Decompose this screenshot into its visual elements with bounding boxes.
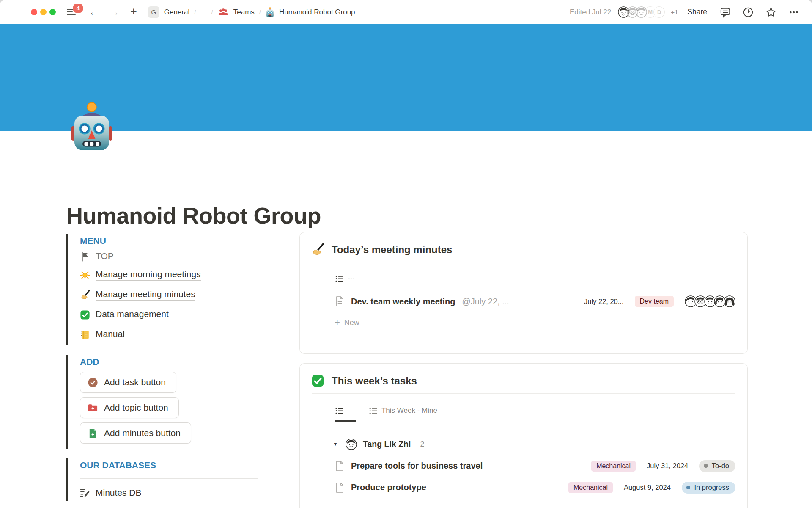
window-controls	[0, 9, 56, 15]
card-title: Today’s meeting minutes	[332, 244, 452, 256]
view-tab-active[interactable]: ---	[335, 394, 356, 422]
add-topic-label: Add topic button	[104, 403, 168, 413]
menu-link-label[interactable]: Manage meeting minutes	[96, 289, 195, 301]
writing-hand-icon	[80, 290, 90, 300]
avatar	[724, 295, 735, 307]
status-badge-in-progress: In progress	[682, 482, 735, 494]
viewer-avatars: M D	[618, 6, 665, 18]
status-dot	[686, 486, 691, 490]
page-cover[interactable]	[0, 24, 812, 131]
minimize-window-button[interactable]	[40, 9, 47, 15]
zoom-window-button[interactable]	[49, 9, 56, 15]
databases-header: OUR DATABASES	[80, 460, 269, 471]
topbar-right: Edited Jul 22 M D +1 Share	[570, 6, 812, 18]
new-label: New	[344, 318, 359, 327]
task-row[interactable]: Produce prototype Mechanical August 9, 2…	[312, 477, 735, 498]
minutes-db-link[interactable]: Minutes DB	[80, 487, 269, 500]
plus-icon: +	[335, 317, 340, 328]
avatar	[346, 439, 357, 450]
menu-link-meeting-minutes[interactable]: Manage meeting minutes	[80, 285, 269, 305]
task-title: Prepare tools for business travel	[351, 461, 483, 471]
status-badge-todo: To-do	[699, 460, 735, 472]
task-date: August 9, 2024	[624, 483, 671, 491]
add-minutes-button[interactable]: Add minutes button	[80, 422, 191, 444]
menu-section: MENU TOP Manage morning meetings Manage …	[66, 234, 269, 345]
notion-window: 4 ← → + G General / ... / Teams / Humano…	[0, 0, 812, 508]
menu-link-label[interactable]: TOP	[96, 251, 114, 262]
view-tab-label: This Week - Mine	[381, 406, 437, 415]
status-label: In progress	[694, 483, 729, 491]
menu-column: MENU TOP Manage morning meetings Manage …	[66, 234, 269, 501]
menu-link-label[interactable]: Data management	[96, 309, 169, 320]
flag-icon	[80, 251, 90, 262]
view-tab[interactable]: ---	[335, 262, 356, 290]
robot-icon	[266, 7, 274, 17]
breadcrumb-teams[interactable]: Teams	[233, 8, 255, 17]
document-icon	[335, 296, 345, 307]
back-button[interactable]: ←	[89, 7, 99, 17]
category-tag: Mechanical	[568, 482, 613, 493]
topbar: 4 ← → + G General / ... / Teams / Humano…	[0, 0, 812, 24]
breadcrumb-general[interactable]: General	[164, 8, 189, 17]
menu-link-data-management[interactable]: Data management	[80, 305, 269, 325]
dev-team-tag: Dev team	[635, 296, 674, 307]
updates-clock-icon[interactable]	[743, 7, 754, 18]
view-tab-this-week-mine[interactable]: This Week - Mine	[368, 394, 438, 422]
view-tab-label: ---	[348, 274, 355, 283]
meeting-row[interactable]: Dev. team weekly meeting @July 22, ... J…	[312, 290, 735, 313]
forward-button[interactable]: →	[110, 7, 119, 17]
task-date: July 31, 2024	[647, 462, 688, 470]
favorite-star-icon[interactable]	[765, 7, 776, 18]
page-icon	[335, 461, 345, 472]
meeting-minutes-card: Today’s meeting minutes --- Dev. team we…	[299, 232, 748, 354]
view-tab-label: ---	[348, 406, 355, 415]
content-column: Today’s meeting minutes --- Dev. team we…	[299, 232, 748, 508]
breadcrumb-separator: /	[259, 8, 261, 16]
menu-link-manual[interactable]: Manual	[80, 325, 269, 345]
new-tab-button[interactable]: +	[130, 6, 137, 17]
green-check-icon	[311, 374, 324, 387]
close-window-button[interactable]	[31, 9, 37, 15]
attendee-avatars	[685, 295, 735, 307]
avatar[interactable]	[636, 6, 647, 18]
databases-section: OUR DATABASES Minutes DB	[66, 458, 269, 501]
add-minutes-label: Add minutes button	[104, 428, 181, 438]
menu-header: MENU	[80, 235, 269, 246]
page-title: Humanoid Robot Group	[66, 202, 321, 229]
add-header: ADD	[80, 356, 269, 367]
card-header: Today’s meeting minutes	[300, 232, 747, 262]
robot-page-icon[interactable]	[70, 102, 113, 152]
teams-icon	[218, 8, 229, 16]
new-meeting-button[interactable]: + New	[312, 313, 735, 333]
add-topic-button[interactable]: Add topic button	[80, 397, 179, 418]
add-task-button[interactable]: Add task button	[80, 372, 176, 393]
green-check-icon	[80, 310, 90, 320]
workspace-chip[interactable]: G	[148, 6, 159, 18]
avatar-overflow-count[interactable]: +1	[671, 8, 678, 16]
menu-link-morning-meetings[interactable]: Manage morning meetings	[80, 265, 269, 285]
add-section: ADD Add task button Add topic button	[66, 355, 269, 449]
avatar-initial[interactable]: D	[653, 6, 665, 18]
task-row[interactable]: Prepare tools for business travel Mechan…	[312, 455, 735, 477]
minutes-db-label[interactable]: Minutes DB	[96, 488, 142, 499]
last-edited-label: Edited Jul 22	[570, 8, 611, 17]
view-tabs: ---	[312, 262, 735, 290]
file-plus-icon	[88, 428, 98, 439]
group-header-row[interactable]: ▼ Tang Lik Zhi 2	[312, 433, 735, 455]
comments-icon[interactable]	[720, 7, 731, 18]
menu-link-top[interactable]: TOP	[80, 248, 269, 265]
menu-link-label[interactable]: Manage morning meetings	[96, 269, 201, 281]
share-button[interactable]: Share	[687, 8, 707, 17]
folder-plus-icon	[88, 403, 98, 413]
view-tabs: --- This Week - Mine	[312, 394, 735, 422]
group-name: Tang Lik Zhi	[363, 439, 411, 449]
breadcrumb-separator: /	[211, 8, 213, 16]
collapse-triangle-icon[interactable]: ▼	[333, 441, 340, 447]
weekly-tasks-card: This week’s tasks --- This Week - Mine	[299, 363, 748, 508]
more-ellipsis-icon[interactable]	[788, 7, 799, 18]
sidebar-toggle-icon[interactable]: 4	[67, 8, 78, 17]
breadcrumb-page[interactable]: Humanoid Robot Group	[279, 8, 355, 17]
breadcrumb-ellipsis[interactable]: ...	[200, 8, 206, 17]
menu-link-label[interactable]: Manual	[96, 329, 125, 340]
nav-controls: 4 ← → +	[67, 7, 137, 17]
